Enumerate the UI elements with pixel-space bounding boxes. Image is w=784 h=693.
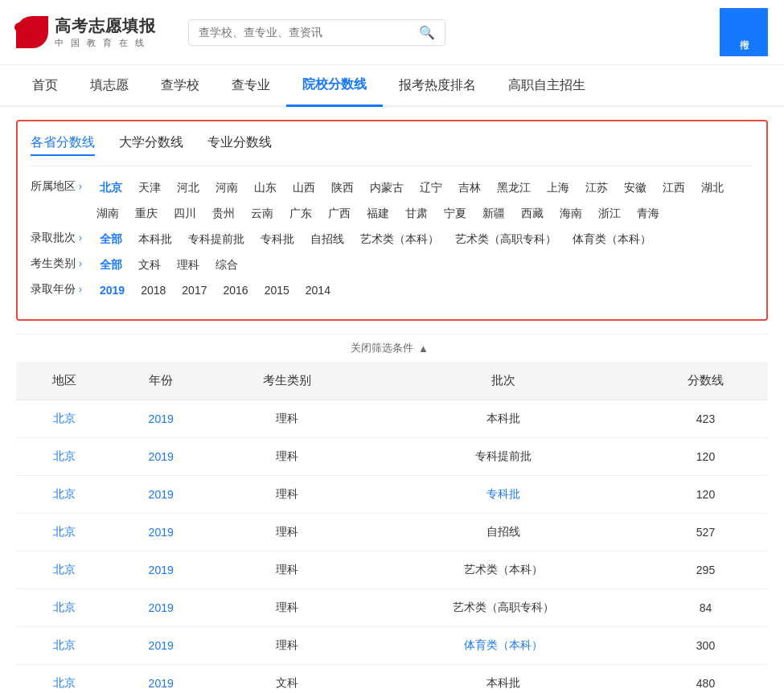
nav-item-fill[interactable]: 填志愿 [74, 66, 145, 105]
nav-item-home[interactable]: 首页 [16, 66, 74, 105]
filter-region-jiangxi[interactable]: 江西 [656, 179, 692, 197]
cell-score: 295 [643, 552, 768, 589]
filter-region-jiangsu[interactable]: 江苏 [579, 179, 614, 197]
filter-region-heilongjiang[interactable]: 黑龙江 [491, 179, 537, 197]
filter-region-hebei[interactable]: 河北 [170, 179, 206, 197]
filter-tab-major[interactable]: 专业分数线 [207, 134, 272, 156]
filter-region-hubei[interactable]: 湖北 [695, 179, 730, 197]
cell-score: 527 [643, 514, 768, 552]
filter-region-anhui[interactable]: 安徽 [618, 179, 653, 197]
svg-text:ol: ol [31, 24, 40, 36]
cell-score: 84 [643, 589, 768, 627]
cell-type: 理科 [210, 552, 363, 589]
nav-item-scoreline[interactable]: 院校分数线 [286, 65, 383, 107]
filter-year-2016[interactable]: 2016 [216, 282, 254, 298]
cell-year: 2019 [112, 476, 210, 514]
filter-label-region: 所属地区 › [31, 179, 87, 194]
filter-region-xizang[interactable]: 西藏 [515, 205, 550, 223]
batch-arrow: › [79, 232, 82, 244]
filter-region-hainan[interactable]: 海南 [553, 205, 589, 223]
search-box[interactable]: 🔍 [188, 19, 445, 46]
filter-type-wenke[interactable]: 文科 [132, 256, 167, 274]
cell-batch: 本科批 [363, 400, 643, 438]
filter-tab-province[interactable]: 各省分数线 [31, 134, 95, 156]
filter-batch-benke[interactable]: 本科批 [132, 231, 179, 248]
filter-region-beijing[interactable]: 北京 [93, 179, 129, 197]
filter-region-shanghai[interactable]: 上海 [540, 179, 576, 197]
filter-region-gansu[interactable]: 甘肃 [399, 205, 434, 223]
filter-batch-zizhao[interactable]: 自招线 [304, 231, 351, 248]
filter-region-tianjin[interactable]: 天津 [132, 179, 167, 197]
col-header-batch: 批次 [363, 362, 643, 400]
filter-region-hunan[interactable]: 湖南 [90, 205, 125, 223]
table-row: 北京2019文科本科批480 [16, 665, 768, 694]
header-button[interactable]: 报考 [720, 8, 768, 56]
col-header-type: 考生类别 [210, 362, 363, 400]
filter-region-guangxi[interactable]: 广西 [322, 205, 357, 223]
search-input[interactable] [199, 26, 419, 39]
brand-subtitle: 中 国 教 育 在 线 [55, 37, 156, 49]
filter-region-henan[interactable]: 河南 [209, 179, 244, 197]
filter-batch-all[interactable]: 全部 [93, 231, 129, 248]
filter-year-2017[interactable]: 2017 [175, 282, 213, 298]
cell-year: 2019 [112, 514, 210, 552]
nav-item-majors[interactable]: 查专业 [215, 66, 286, 105]
cell-year: 2019 [112, 438, 210, 476]
nav-item-schools[interactable]: 查学校 [145, 66, 215, 105]
filter-region-ningxia[interactable]: 宁夏 [437, 205, 473, 223]
filter-region-fujian[interactable]: 福建 [360, 205, 396, 223]
table-row: 北京2019理科艺术类（本科）295 [16, 552, 768, 589]
filter-section: 各省分数线 大学分数线 专业分数线 所属地区 › 北京 天津 河北 河南 山东 … [16, 120, 768, 321]
cell-type: 理科 [210, 476, 363, 514]
filter-region-guizhou[interactable]: 贵州 [206, 205, 241, 223]
cell-region: 北京 [16, 552, 112, 589]
filter-label-type: 考生类别 › [31, 256, 87, 271]
cell-type: 理科 [210, 514, 363, 552]
filter-year-2018[interactable]: 2018 [134, 282, 172, 298]
nav-item-vocational[interactable]: 高职自主招生 [492, 66, 601, 105]
filter-region-liaoning[interactable]: 辽宁 [413, 179, 449, 197]
filter-type-all[interactable]: 全部 [93, 256, 129, 274]
filter-region-yunnan[interactable]: 云南 [244, 205, 280, 223]
logo-text: 高考志愿填报 中 国 教 育 在 线 [55, 15, 156, 49]
filter-region-neimenggu[interactable]: 内蒙古 [363, 179, 410, 197]
cell-region: 北京 [16, 627, 112, 665]
filter-region-shandong[interactable]: 山东 [248, 179, 283, 197]
cell-year: 2019 [112, 552, 210, 589]
filter-batch-art-vocational[interactable]: 艺术类（高职专科） [449, 231, 563, 248]
filter-year-2014[interactable]: 2014 [299, 282, 337, 298]
col-header-score: 分数线 [643, 362, 768, 400]
cell-year: 2019 [112, 400, 210, 438]
filter-batch-sports[interactable]: 体育类（本科） [566, 231, 658, 248]
search-icon: 🔍 [419, 25, 435, 40]
filter-region-jilin[interactable]: 吉林 [452, 179, 487, 197]
filter-year-2015[interactable]: 2015 [258, 282, 296, 298]
filter-region-sichuan[interactable]: 四川 [167, 205, 203, 223]
filter-region-xinjiang[interactable]: 新疆 [476, 205, 511, 223]
filter-region-chongqing[interactable]: 重庆 [129, 205, 164, 223]
filter-region-qinghai[interactable]: 青海 [630, 205, 666, 223]
table-row: 北京2019理科体育类（本科）300 [16, 627, 768, 665]
filter-region-shaanxi[interactable]: 陕西 [325, 179, 360, 197]
filter-batch-zhuankeqianbatch[interactable]: 专科提前批 [182, 231, 251, 248]
close-filter-button[interactable]: 关闭筛选条件 ▲ [16, 334, 768, 362]
filter-tab-university[interactable]: 大学分数线 [119, 134, 183, 156]
table-row: 北京2019理科艺术类（高职专科）84 [16, 589, 768, 627]
filter-type-zonghe[interactable]: 综合 [209, 256, 244, 274]
nav-item-hotrank[interactable]: 报考热度排名 [383, 66, 492, 105]
filter-year-2019[interactable]: 2019 [93, 282, 131, 298]
filter-batch-zhuanke[interactable]: 专科批 [254, 231, 301, 248]
filter-region-zhejiang[interactable]: 浙江 [592, 205, 627, 223]
filter-batch-art-benke[interactable]: 艺术类（本科） [354, 231, 445, 248]
table-section: 地区 年份 考生类别 批次 分数线 北京2019理科本科批423北京2019理科… [16, 362, 768, 693]
table-header-row: 地区 年份 考生类别 批次 分数线 [16, 362, 768, 400]
filter-type-like[interactable]: 理科 [170, 256, 206, 274]
logo: e ol 高考志愿填报 中 国 教 育 在 线 [16, 15, 156, 49]
filter-region-shanxi[interactable]: 山西 [286, 179, 322, 197]
cell-type: 理科 [210, 627, 363, 665]
filter-row-year: 录取年份 › 2019 2018 2017 2016 2015 2014 [31, 282, 753, 298]
close-filter-label: 关闭筛选条件 [351, 341, 413, 355]
filter-tabs: 各省分数线 大学分数线 专业分数线 [31, 134, 753, 166]
main-nav: 首页 填志愿 查学校 查专业 院校分数线 报考热度排名 高职自主招生 [0, 65, 784, 107]
filter-region-guangdong[interactable]: 广东 [283, 205, 318, 223]
